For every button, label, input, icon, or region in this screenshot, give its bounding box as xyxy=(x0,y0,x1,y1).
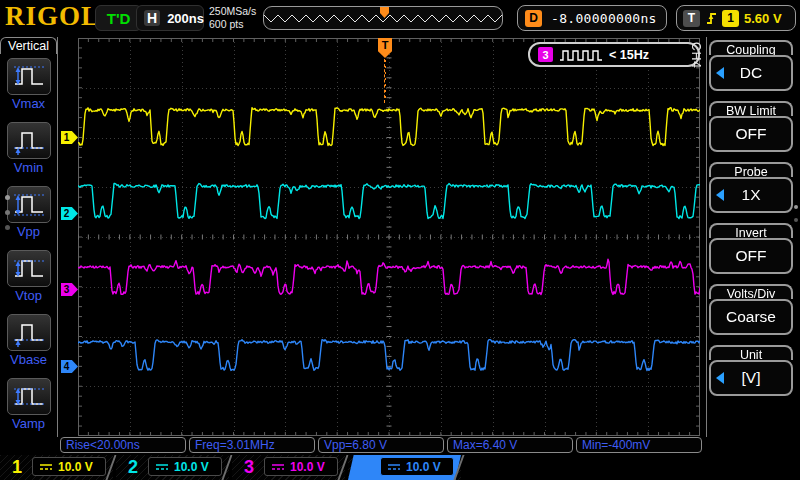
timebase-value: 200ns xyxy=(167,11,204,26)
vmax-icon xyxy=(12,62,46,92)
memory-depth: 600 pts xyxy=(209,18,256,31)
channel-2-ground-marker[interactable]: 2 xyxy=(61,207,78,220)
channel-tab-4[interactable]: 4 10.0 V xyxy=(348,455,461,480)
sidebar-divider xyxy=(57,37,58,437)
page-indicator-dot xyxy=(5,225,10,230)
channel-status-bar: 1 10.0 V 2 10.0 V 3 10.0 V xyxy=(0,455,800,480)
horizontal-label: H xyxy=(144,10,160,26)
sample-rate: 250MSa/s xyxy=(209,5,256,18)
channel-tab-3[interactable]: 3 10.0 V xyxy=(232,455,345,480)
menu-item-volts-div[interactable]: Volts/Div Coarse xyxy=(709,284,793,335)
sample-rate-readout: 250MSa/s 600 pts xyxy=(209,5,256,31)
page-indicator-dot xyxy=(794,218,798,222)
vertical-menu-title: Vertical xyxy=(0,37,57,54)
oscilloscope-screen: RIGOL T'D H 200ns 250MSa/s 600 pts D -8.… xyxy=(0,0,800,480)
waveform-preview-bar xyxy=(263,6,503,30)
left-arrow-icon xyxy=(716,67,724,79)
left-arrow-icon xyxy=(716,189,724,201)
channel-1-ground-marker[interactable]: 1 xyxy=(61,131,78,144)
dc-coupling-icon xyxy=(155,463,169,471)
trigger-source-badge: 1 xyxy=(722,10,739,27)
channel-4-ground-marker[interactable]: 4 xyxy=(61,360,78,373)
measurement-readout: Min=-400mV xyxy=(576,437,702,453)
delay-readout: D -8.00000000ns xyxy=(517,5,667,31)
timebase-readout: H 200ns xyxy=(136,5,204,31)
page-indicator-dot xyxy=(794,205,798,209)
dc-coupling-icon xyxy=(387,463,401,471)
delay-icon: D xyxy=(525,10,542,27)
vpp-icon xyxy=(12,190,46,220)
menu-channel-label: CH4 xyxy=(689,42,703,69)
rigol-logo: RIGOL xyxy=(5,1,100,32)
trigger-position-line xyxy=(384,59,385,103)
page-indicator-dot xyxy=(5,210,10,215)
trigger-label: T xyxy=(683,10,700,27)
sidebar-item-vamp[interactable]: Vamp xyxy=(0,378,57,431)
trigger-readout: T 1 5.60 V xyxy=(676,5,796,31)
delay-value: -8.00000000ns xyxy=(551,11,657,26)
rising-edge-icon xyxy=(705,10,717,26)
menu-item-coupling[interactable]: Coupling DC xyxy=(709,40,793,91)
sidebar-item-vmin[interactable]: Vmin xyxy=(0,122,57,175)
trigger-status-badge: T'D xyxy=(95,5,142,31)
vamp-icon xyxy=(12,382,46,412)
sidebar-item-vmax[interactable]: Vmax xyxy=(0,58,57,111)
page-indicator-dot xyxy=(5,195,10,200)
channel-tab-1[interactable]: 1 10.0 V xyxy=(0,455,113,480)
graticule-canvas xyxy=(78,38,700,436)
channel-3-ground-marker[interactable]: 3 xyxy=(61,283,78,296)
left-arrow-icon xyxy=(716,372,724,384)
measurement-readout: Freq=3.01MHz xyxy=(189,437,315,453)
frequency-counter-badge: 3 < 15Hz xyxy=(528,42,700,67)
freq-value: < 15Hz xyxy=(609,48,649,62)
vtop-icon xyxy=(12,254,46,284)
freq-channel-badge: 3 xyxy=(538,47,553,62)
dc-coupling-icon xyxy=(271,463,285,471)
sidebar-item-vtop[interactable]: Vtop xyxy=(0,250,57,303)
vmin-icon xyxy=(12,126,46,156)
menu-item-unit[interactable]: Unit [V] xyxy=(709,345,793,396)
trigger-level-value: 5.60 V xyxy=(744,11,782,26)
dc-coupling-icon xyxy=(39,463,53,471)
sidebar-item-vbase[interactable]: Vbase xyxy=(0,314,57,367)
channel-menu: Coupling DC BW Limit OFF Probe 1X Invert… xyxy=(709,40,793,406)
channel-tab-2[interactable]: 2 10.0 V xyxy=(116,455,229,480)
measurement-readout: Vpp=6.80 V xyxy=(318,437,444,453)
measurement-readout: Max=6.40 V xyxy=(447,437,573,453)
menu-item-probe[interactable]: Probe 1X xyxy=(709,162,793,213)
menu-item-invert[interactable]: Invert OFF xyxy=(709,223,793,274)
top-status-bar: RIGOL T'D H 200ns 250MSa/s 600 pts D -8.… xyxy=(0,0,800,36)
menu-divider xyxy=(706,37,707,437)
vbase-icon xyxy=(12,318,46,348)
square-wave-icon xyxy=(559,49,603,61)
menu-item-bw-limit[interactable]: BW Limit OFF xyxy=(709,101,793,152)
measurement-readout: Rise<20.00ns xyxy=(60,437,186,453)
